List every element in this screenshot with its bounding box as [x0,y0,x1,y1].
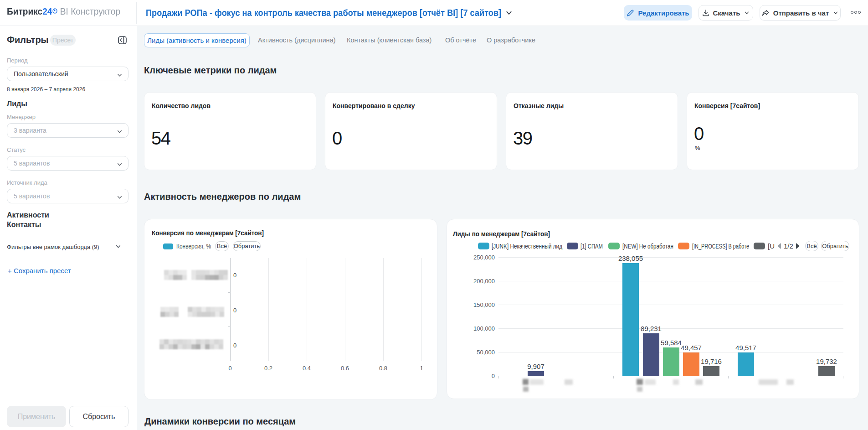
svg-text:1/2: 1/2 [784,242,793,250]
svg-text:0: 0 [492,373,495,379]
svg-text:0.4: 0.4 [303,365,311,372]
svg-text:238,055: 238,055 [618,254,643,262]
svg-text:50,000: 50,000 [477,349,495,356]
svg-text:9,907: 9,907 [527,363,544,370]
svg-text:250,000: 250,000 [473,254,495,261]
svg-text:0: 0 [233,307,236,314]
svg-text:Обратить: Обратить [822,243,848,249]
svg-text:1: 1 [420,365,423,372]
svg-text:49,517: 49,517 [735,344,756,352]
svg-text:0.2: 0.2 [264,365,272,372]
svg-text:[1] СПАМ: [1] СПАМ [580,242,603,250]
svg-text:[NEW] Не обработан: [NEW] Не обработан [622,242,673,250]
svg-text:[IN_PROCESS] В работе: [IN_PROCESS] В работе [692,242,749,250]
svg-text:Конверсия по менеджерам [7сайт: Конверсия по менеджерам [7сайтов] [152,229,264,237]
svg-text:Обратить: Обратить [234,243,260,249]
svg-text:Всё: Всё [217,243,227,249]
svg-text:100,000: 100,000 [473,325,495,332]
svg-text:0.8: 0.8 [379,365,387,372]
svg-text:Конверсия, %: Конверсия, % [176,243,211,250]
svg-text:49,457: 49,457 [681,344,702,352]
svg-text:[U: [U [768,242,775,250]
svg-text:200,000: 200,000 [473,278,495,285]
svg-text:89,231: 89,231 [641,325,662,332]
svg-text:59,584: 59,584 [661,339,682,347]
svg-text:Всё: Всё [806,243,817,249]
svg-text:0.6: 0.6 [341,365,349,372]
svg-text:Лиды по менеджерам [7сайтов]: Лиды по менеджерам [7сайтов] [453,230,550,238]
svg-text:[JUNK] Некачественный лид: [JUNK] Некачественный лид [492,242,562,250]
svg-text:0: 0 [233,342,236,349]
svg-text:19,716: 19,716 [701,357,722,365]
svg-text:150,000: 150,000 [473,301,495,308]
svg-text:19,732: 19,732 [816,357,837,365]
svg-text:0: 0 [228,365,231,372]
svg-text:0: 0 [233,272,236,279]
